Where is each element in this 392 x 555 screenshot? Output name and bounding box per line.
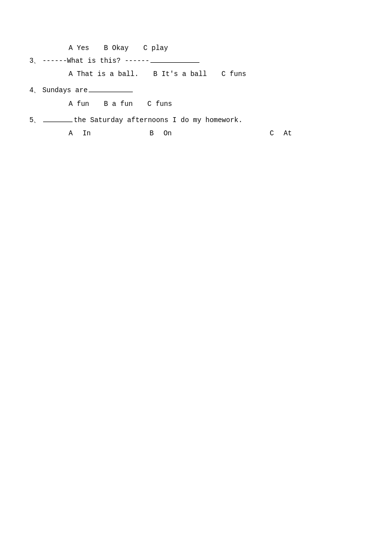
q4-option-b: B a fun — [104, 98, 133, 110]
q5-option-a-label: A — [69, 127, 73, 140]
q4-number: 4、 — [29, 84, 40, 97]
q4-options: A fun B a fun C funs — [29, 98, 363, 110]
q3-number: 3、 — [29, 55, 40, 67]
question-4: 4、 Sundays are A fun B a fun C funs — [29, 84, 363, 110]
q3-option-b: B It's a ball — [153, 68, 207, 80]
q2-option-c: C play — [143, 44, 168, 52]
q5-option-c-label: C — [270, 127, 273, 140]
q4-blank — [89, 92, 133, 92]
question-5: 5、 the Saturday afternoons I do my homew… — [29, 114, 363, 140]
q3-options: A That is a ball. B It's a ball C funs — [29, 68, 363, 80]
q5-line: 5、 the Saturday afternoons I do my homew… — [29, 114, 363, 126]
q3-dashes-before: ------ — [42, 55, 67, 67]
q3-line: 3、 ------ What is this? ------ — [29, 55, 363, 67]
q5-text: the Saturday afternoons I do my homework… — [74, 114, 242, 126]
q3-option-c: C funs — [221, 68, 246, 80]
q3-dashes-after: ------ — [121, 55, 149, 67]
q5-option-b-label: B — [149, 127, 153, 140]
q5-blank — [43, 122, 73, 122]
page: A Yes B Okay C play 3、 ------ What is th… — [0, 0, 392, 555]
q4-option-c: C funs — [147, 98, 172, 110]
question-3: 3、 ------ What is this? ------ A That is… — [29, 55, 363, 80]
q2-option-b: B Okay — [104, 44, 128, 52]
q3-blank — [150, 62, 199, 63]
q4-option-a: A fun — [69, 98, 89, 110]
q4-line: 4、 Sundays are — [29, 84, 363, 97]
q4-text: Sundays are — [42, 84, 87, 97]
q5-options: A In B On C At — [29, 127, 363, 140]
q3-option-a: A That is a ball. — [69, 68, 139, 80]
q2-options-line: A Yes B Okay C play — [29, 44, 363, 52]
q3-text: What is this? — [67, 55, 121, 67]
q5-option-b-text: On — [164, 127, 172, 140]
q5-option-a-text: In — [82, 127, 91, 140]
q5-option-c-text: At — [284, 127, 292, 140]
q5-number: 5、 — [29, 114, 40, 126]
q2-option-a: A Yes — [69, 44, 89, 52]
